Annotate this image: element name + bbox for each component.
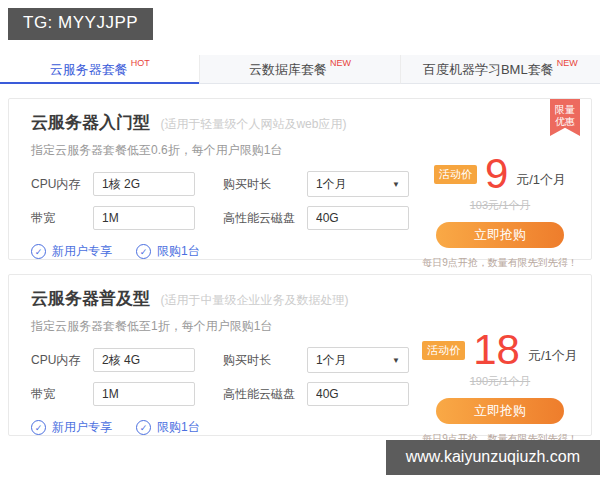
disk-input[interactable] <box>307 382 409 406</box>
perk-label: 新用户专享 <box>52 419 112 436</box>
plan-config-form: CPU内存 购买时长 1个月 ▼ 带宽 高性能云磁盘 <box>31 171 409 230</box>
plan-subtitle: (适用于轻量级个人网站及web应用) <box>160 117 346 131</box>
plan-config-form: CPU内存 购买时长 1个月 ▼ 带宽 高性能云磁盘 <box>31 347 409 406</box>
bandwidth-label: 带宽 <box>31 210 93 227</box>
perk-label: 限购1台 <box>157 243 200 260</box>
tab-cloud-server-plans[interactable]: 云服务器套餐 HOT <box>0 55 199 84</box>
ribbon-text: 优惠 <box>550 116 580 128</box>
cpu-memory-input[interactable] <box>93 348 195 372</box>
plan-title: 云服务器普及型 <box>31 289 150 308</box>
caret-down-icon: ▼ <box>392 180 400 189</box>
cpu-memory-label: CPU内存 <box>31 352 93 369</box>
check-icon: ✓ <box>31 420 46 435</box>
check-icon: ✓ <box>136 420 151 435</box>
tab-bml-plans[interactable]: 百度机器学习BML套餐 NEW <box>400 55 600 84</box>
rush-note: 每日9点开抢，数量有限先到先得！ <box>409 256 591 270</box>
perk-limit-one: ✓ 限购1台 <box>136 243 200 260</box>
caret-down-icon: ▼ <box>392 356 400 365</box>
disk-label: 高性能云磁盘 <box>223 386 307 403</box>
disk-input[interactable] <box>307 206 409 230</box>
tab-label: 百度机器学习BML套餐 <box>423 61 554 79</box>
original-price: 190元/1个月 <box>409 374 591 389</box>
perks-row: ✓ 新用户专享 ✓ 限购1台 <box>31 419 409 436</box>
duration-select[interactable]: 1个月 ▼ <box>307 347 409 373</box>
bandwidth-label: 带宽 <box>31 386 93 403</box>
tg-watermark-badge: TG: MYYJJPP <box>8 8 153 40</box>
price-panel: 活动价 9 元/1个月 103元/1个月 立即抢购 每日9点开抢，数量有限先到先… <box>409 111 591 245</box>
price-amount: 18 <box>473 329 520 371</box>
plan-title: 云服务器入门型 <box>31 113 150 132</box>
check-icon: ✓ <box>136 244 151 259</box>
duration-label: 购买时长 <box>223 176 307 193</box>
price-unit: 元/1个月 <box>516 171 566 189</box>
plan-title-row: 云服务器入门型 (适用于轻量级个人网站及web应用) <box>31 111 409 134</box>
activity-price-badge: 活动价 <box>434 165 477 184</box>
perk-label: 新用户专享 <box>52 243 112 260</box>
bandwidth-input[interactable] <box>93 206 195 230</box>
plan-card-standard: 云服务器普及型 (适用于中量级企业业务及数据处理) 指定云服务器套餐低至1折，每… <box>8 274 592 436</box>
ribbon-text: 限量 <box>550 104 580 116</box>
tab-label: 云数据库套餐 <box>249 61 327 79</box>
perk-new-user: ✓ 新用户专享 <box>31 243 112 260</box>
new-badge: NEW <box>330 58 351 68</box>
cpu-memory-input[interactable] <box>93 172 195 196</box>
plan-title-row: 云服务器普及型 (适用于中量级企业业务及数据处理) <box>31 287 409 310</box>
promo-line: 指定云服务器套餐低至0.6折，每个用户限购1台 <box>31 142 409 159</box>
price-panel: 活动价 18 元/1个月 190元/1个月 立即抢购 每日9点开抢，数量有限先到… <box>409 287 591 421</box>
buy-now-button[interactable]: 立即抢购 <box>436 398 564 424</box>
promo-line: 指定云服务器套餐低至1折，每个用户限购1台 <box>31 318 409 335</box>
hot-badge: HOT <box>131 58 150 68</box>
perk-new-user: ✓ 新用户专享 <box>31 419 112 436</box>
perk-limit-one: ✓ 限购1台 <box>136 419 200 436</box>
duration-label: 购买时长 <box>223 352 307 369</box>
plan-tabs: 云服务器套餐 HOT 云数据库套餐 NEW 百度机器学习BML套餐 NEW <box>0 55 600 84</box>
price-unit: 元/1个月 <box>528 347 578 365</box>
tab-cloud-database-plans[interactable]: 云数据库套餐 NEW <box>199 55 399 84</box>
tab-label: 云服务器套餐 <box>50 61 128 79</box>
plan-card-entry: 限量 优惠 云服务器入门型 (适用于轻量级个人网站及web应用) 指定云服务器套… <box>8 98 592 260</box>
perk-label: 限购1台 <box>157 419 200 436</box>
new-badge: NEW <box>557 58 578 68</box>
plan-subtitle: (适用于中量级企业业务及数据处理) <box>160 293 348 307</box>
price-amount: 9 <box>485 153 508 195</box>
check-icon: ✓ <box>31 244 46 259</box>
duration-select[interactable]: 1个月 ▼ <box>307 171 409 197</box>
activity-price-badge: 活动价 <box>422 341 465 360</box>
disk-label: 高性能云磁盘 <box>223 210 307 227</box>
cpu-memory-label: CPU内存 <box>31 176 93 193</box>
original-price: 103元/1个月 <box>409 198 591 213</box>
duration-value: 1个月 <box>316 352 347 369</box>
duration-value: 1个月 <box>316 176 347 193</box>
buy-now-button[interactable]: 立即抢购 <box>436 222 564 248</box>
perks-row: ✓ 新用户专享 ✓ 限购1台 <box>31 243 409 260</box>
site-watermark-badge: www.kaiyunzuqiuzh.com <box>386 440 600 475</box>
pricing-page: TG: MYYJJPP 云服务器套餐 HOT 云数据库套餐 NEW 百度机器学习… <box>0 0 600 480</box>
bandwidth-input[interactable] <box>93 382 195 406</box>
